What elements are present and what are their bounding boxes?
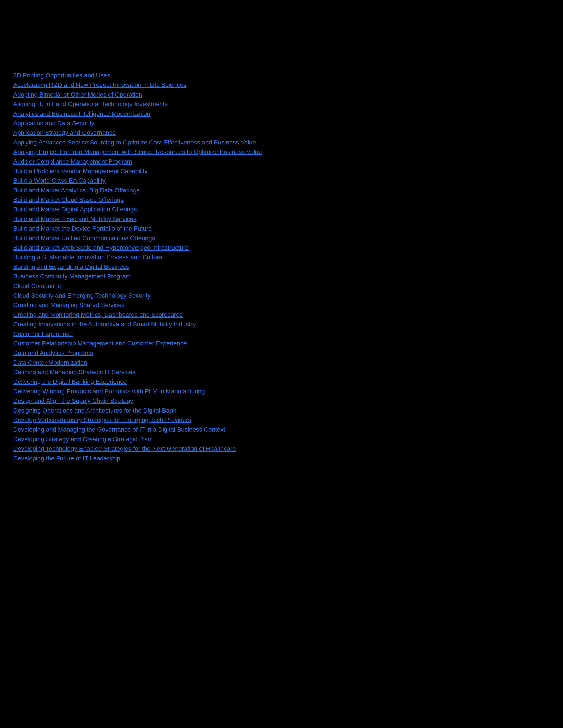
link-21[interactable]: Building and Expanding a Digital Busines… bbox=[13, 262, 550, 272]
link-35[interactable]: Design and Align the Supply Chain Strate… bbox=[13, 396, 550, 405]
link-39[interactable]: Developing Strategy and Creating a Strat… bbox=[13, 434, 550, 444]
link-40[interactable]: Developing Technology-Enabled Strategies… bbox=[13, 444, 550, 453]
link-17[interactable]: Build and Market the Device Portfolio of… bbox=[13, 224, 550, 233]
link-37[interactable]: Develop Vertical-Industry Strategies for… bbox=[13, 415, 550, 425]
link-38[interactable]: Developing and Managing the Governance o… bbox=[13, 425, 550, 434]
link-31[interactable]: Data Center Modernization bbox=[13, 358, 550, 367]
link-20[interactable]: Building a Sustainable Innovation Proces… bbox=[13, 252, 550, 262]
link-28[interactable]: Customer Experience bbox=[13, 329, 550, 339]
link-8[interactable]: Applying Advanced Service Sourcing to Op… bbox=[13, 138, 550, 147]
link-18[interactable]: Build and Market Unified Communications … bbox=[13, 233, 550, 243]
link-34[interactable]: Delivering Winning Products and Portfoli… bbox=[13, 387, 550, 396]
link-33[interactable]: Delivering the Digital Banking Experienc… bbox=[13, 377, 550, 387]
link-list: 3D Printing Opportunities and UsesAccele… bbox=[13, 71, 550, 463]
link-9[interactable]: Applying Project Portfolio Management wi… bbox=[13, 147, 550, 157]
link-32[interactable]: Defining and Managing Strategic IT Servi… bbox=[13, 367, 550, 377]
link-11[interactable]: Build a Proficient Vendor Management Cap… bbox=[13, 166, 550, 176]
link-15[interactable]: Build and Market Digital Application Off… bbox=[13, 205, 550, 214]
link-29[interactable]: Customer Relationship Management and Cus… bbox=[13, 339, 550, 348]
link-36[interactable]: Designing Operations and Architectures f… bbox=[13, 406, 550, 415]
link-24[interactable]: Cloud Security and Emerging Technology S… bbox=[13, 291, 550, 300]
link-13[interactable]: Build and Market Analytics, Big Data Off… bbox=[13, 186, 550, 195]
link-3[interactable]: Adopting Bimodal or Other Modes of Opera… bbox=[13, 90, 550, 99]
link-6[interactable]: Application and Data Security bbox=[13, 118, 550, 128]
link-5[interactable]: Analytics and Business Intelligence Mode… bbox=[13, 109, 550, 118]
link-41[interactable]: Developing the Future of IT Leadership bbox=[13, 454, 550, 463]
link-16[interactable]: Build and Market Fixed and Mobility Serv… bbox=[13, 214, 550, 224]
link-23[interactable]: Cloud Computing bbox=[13, 281, 550, 291]
link-25[interactable]: Creating and Managing Shared Services bbox=[13, 300, 550, 310]
link-22[interactable]: Business Continuity Management Program bbox=[13, 272, 550, 281]
link-2[interactable]: Accelerating R&D and New Product Innovat… bbox=[13, 80, 550, 90]
link-4[interactable]: Aligning IT, IoT and Operational Technol… bbox=[13, 99, 550, 109]
link-27[interactable]: Creating Innovations in the Automotive a… bbox=[13, 319, 550, 329]
link-26[interactable]: Creating and Monitoring Metrics, Dashboa… bbox=[13, 310, 550, 319]
link-19[interactable]: Build and Market Web-Scale and Hyperconv… bbox=[13, 243, 550, 252]
link-30[interactable]: Data and Analytics Programs bbox=[13, 348, 550, 358]
link-7[interactable]: Application Strategy and Governance bbox=[13, 128, 550, 137]
link-14[interactable]: Build and Market Cloud Based Offerings bbox=[13, 195, 550, 205]
link-10[interactable]: Audit or Compliance Management Program bbox=[13, 157, 550, 166]
link-12[interactable]: Build a World Class EA Capability bbox=[13, 176, 550, 185]
link-1[interactable]: 3D Printing Opportunities and Uses bbox=[13, 71, 550, 80]
